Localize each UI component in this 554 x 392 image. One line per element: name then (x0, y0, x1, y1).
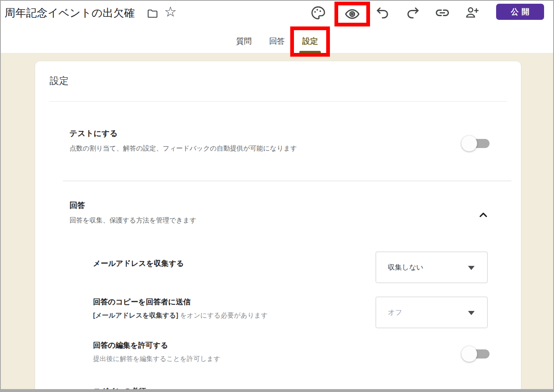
tab-responses[interactable]: 回答 (267, 35, 287, 53)
publish-button[interactable]: 公開 (496, 4, 544, 20)
allow-edit-row-label: 回答の編集を許可する 提出後に解答を編集することを許可します (93, 340, 220, 363)
form-title-clipped-char: 0 (0, 7, 5, 19)
theme-palette-icon[interactable] (310, 5, 326, 21)
tab-bar: 質問 回答 設定 (0, 35, 554, 53)
move-folder-icon[interactable] (146, 7, 159, 20)
toolbar: 0 周年記念イベントの出欠確 ☆ (0, 0, 554, 53)
collect-email-row-label: メールアドレスを収集する (93, 258, 184, 268)
star-icon[interactable]: ☆ (164, 3, 177, 20)
dropdown-selected-value: 収集しない (388, 263, 423, 272)
quiz-section-title: テストにする (69, 128, 297, 139)
tab-settings[interactable]: 設定 (300, 35, 320, 53)
responses-section-title: 回答 (69, 200, 196, 211)
collect-email-dropdown[interactable]: 収集しない (375, 251, 488, 283)
toggle-knob (461, 346, 477, 362)
settings-card: 設定 テストにする 点数の割り当て、解答の設定、フィードバックの自動提供が可能に… (35, 61, 521, 392)
dropdown-caret-icon (468, 311, 475, 315)
responses-section-header: 回答 回答を収集、保護する方法を管理できます (69, 200, 196, 225)
allow-edit-toggle[interactable] (461, 346, 490, 362)
undo-icon[interactable] (375, 5, 390, 20)
tab-questions[interactable]: 質問 (234, 35, 254, 53)
divider (50, 101, 507, 102)
settings-page-title: 設定 (50, 74, 69, 87)
screenshot-bottom-border (0, 389, 554, 392)
send-copy-requirement-strong: [メールアドレスを収集する] (93, 312, 178, 319)
redo-icon[interactable] (406, 5, 420, 20)
form-title[interactable]: 0 周年記念イベントの出欠確 (0, 6, 135, 20)
responses-section-description: 回答を収集、保護する方法を管理できます (69, 216, 196, 225)
quiz-section: テストにする 点数の割り当て、解答の設定、フィードバックの自動提供が可能になりま… (69, 128, 297, 153)
toggle-knob (461, 136, 477, 151)
quiz-section-description: 点数の割り当て、解答の設定、フィードバックの自動提供が可能になります (69, 144, 297, 153)
collapse-chevron-up-icon[interactable] (477, 208, 490, 222)
copy-link-icon[interactable] (435, 5, 450, 21)
send-copy-dropdown[interactable]: オフ (375, 296, 488, 328)
dropdown-caret-icon (468, 266, 475, 270)
divider (63, 180, 511, 182)
send-copy-row-label: 回答のコピーを回答者に送信 [メールアドレスを収集する] をオンにする必要があり… (93, 297, 268, 320)
add-collaborator-icon[interactable] (465, 5, 480, 20)
dropdown-selected-value: オフ (388, 308, 402, 317)
allow-edit-description: 提出後に解答を編集することを許可します (93, 355, 220, 363)
form-title-text: 周年記念イベントの出欠確 (5, 6, 135, 20)
send-copy-requirement-rest: をオンにする必要があります (178, 312, 268, 319)
quiz-toggle[interactable] (461, 136, 490, 151)
preview-eye-icon[interactable] (344, 6, 360, 22)
